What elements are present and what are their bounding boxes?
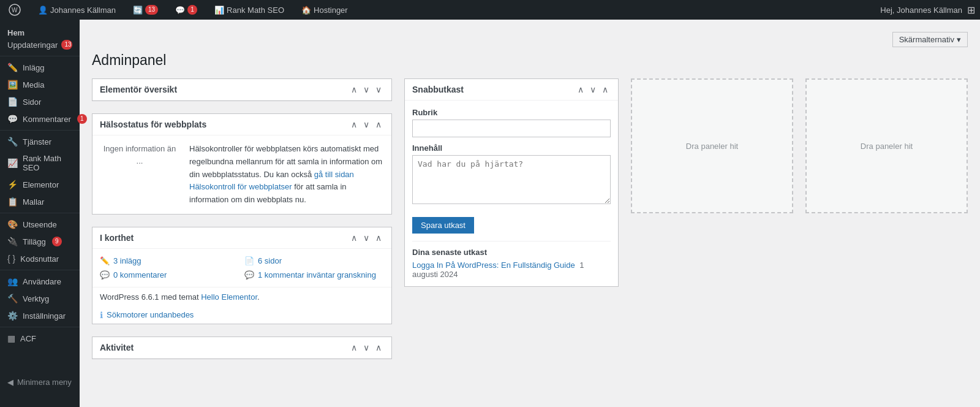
admin-bar-right: Hej, Johannes Källman ⊞ xyxy=(880,4,975,16)
comments-badge: 1 xyxy=(187,5,197,15)
panel-health-controls: ∧ ∨ ∧ xyxy=(349,119,384,130)
panel-aktivitet-up-btn[interactable]: ∧ xyxy=(349,342,360,353)
sidebar-item-kodsnuttar[interactable]: { } Kodsnuttar xyxy=(0,250,80,267)
verktyg-icon: 🔨 xyxy=(7,294,18,303)
sidebar-item-verktyg-label: Verktyg xyxy=(23,294,49,303)
sidebar-updates-label: Uppdateringar xyxy=(7,40,58,50)
sidebar-item-utseende[interactable]: 🎨 Utseende xyxy=(0,216,80,233)
admin-bar-user[interactable]: 👤 Johannes Källman xyxy=(34,0,119,20)
panel-aktivitet-down-btn[interactable]: ∨ xyxy=(361,342,372,353)
panel-health-up-btn[interactable]: ∧ xyxy=(349,119,360,130)
korthet-theme-link[interactable]: Hello Elementor xyxy=(201,292,257,302)
panel-snabbutkast-collapse-btn[interactable]: ∧ xyxy=(600,84,611,95)
screen-options-button[interactable]: Skärmalternativ ▾ xyxy=(892,32,968,47)
save-draft-button[interactable]: Spara utkast xyxy=(412,217,474,234)
panel-health-collapse-btn[interactable]: ∧ xyxy=(373,119,384,130)
kodsnuttar-icon: { } xyxy=(7,254,15,264)
sidebar-item-tjanster-label: Tjänster xyxy=(23,137,51,146)
sidebar-item-elementor[interactable]: ⚡ Elementor xyxy=(0,176,80,193)
panel-elementor-up-btn[interactable]: ∧ xyxy=(349,84,360,95)
panel-aktivitet-collapse-btn[interactable]: ∧ xyxy=(373,342,384,353)
korthet-inlagg-link[interactable]: 3 inlägg xyxy=(113,256,141,265)
rubrik-field: Rubrik xyxy=(412,108,611,137)
admin-bar: W 👤 Johannes Källman 🔄 13 💬 1 📊 Rank Mat… xyxy=(0,0,980,20)
panel-snabbutkast-down-btn[interactable]: ∨ xyxy=(587,84,598,95)
rubrik-input[interactable] xyxy=(412,120,611,137)
panel-snabbutkast: Snabbutkast ∧ ∨ ∧ Rubrik Inn xyxy=(404,78,619,287)
admin-bar-wp-logo[interactable]: W xyxy=(5,0,24,20)
minimize-menu-button[interactable]: ◀ Minimera meny xyxy=(0,371,80,393)
drop-zone-2[interactable]: Dra paneler hit xyxy=(805,78,968,213)
panel-ikorthet-collapse-btn[interactable]: ∧ xyxy=(373,232,384,243)
sidebar-item-kommentarer[interactable]: 💬 Kommentarer 1 xyxy=(0,110,80,127)
sidebar-item-verktyg[interactable]: 🔨 Verktyg xyxy=(0,290,80,307)
draft-link[interactable]: Logga In På WordPress: En Fullständig Gu… xyxy=(412,261,575,270)
panel-snabbutkast-body: Rubrik Innehåll Spara utkast Dina senast… xyxy=(405,101,618,286)
drop-zone-1[interactable]: Dra paneler hit xyxy=(631,78,793,213)
sidebar-item-tillagg[interactable]: 🔌 Tillägg 9 xyxy=(0,233,80,250)
innehall-input[interactable] xyxy=(412,155,611,204)
korthet-footer-text: WordPress 6.6.1 med temat xyxy=(100,292,201,302)
comments-icon: 💬 xyxy=(175,6,185,15)
panel-elementor-close-btn[interactable]: ∨ xyxy=(373,84,384,95)
dashboard-col-left: Elementör översikt ∧ ∨ ∨ Hälsostatus för… xyxy=(92,78,392,371)
korthet-warning-link[interactable]: Sökmotorer undanbedes xyxy=(107,310,194,319)
sidebar-item-mallar[interactable]: 📋 Mallar xyxy=(0,193,80,210)
sidebar-item-acf[interactable]: ▦ ACF xyxy=(0,330,80,347)
sidebar-updates[interactable]: Uppdateringar 13 xyxy=(0,39,80,53)
drafts-title: Dina senaste utkast xyxy=(412,248,611,257)
dashboard-grid: Elementör översikt ∧ ∨ ∨ Hälsostatus för… xyxy=(92,78,968,371)
admin-bar-left: W 👤 Johannes Källman 🔄 13 💬 1 📊 Rank Mat… xyxy=(5,0,880,20)
anvandare-icon: 👥 xyxy=(7,276,18,286)
sidebar-item-sidor[interactable]: 📄 Sidor xyxy=(0,93,80,110)
panel-elementor-controls: ∧ ∨ ∨ xyxy=(349,84,384,95)
admin-bar-updates[interactable]: 🔄 13 xyxy=(129,0,162,20)
admin-bar-hostinger-label: Hostinger xyxy=(314,6,348,15)
panel-elementor-down-btn[interactable]: ∨ xyxy=(361,84,372,95)
korthet-kommentarer-link[interactable]: 0 kommentarer xyxy=(113,270,167,280)
sidebar-item-tjanster[interactable]: 🔧 Tjänster xyxy=(0,133,80,150)
korthet-pending: 💬 1 kommentar inväntar granskning xyxy=(244,270,384,280)
korthet-kommentarer: 💬 0 kommentarer xyxy=(100,270,239,280)
panel-health-down-btn[interactable]: ∨ xyxy=(361,119,372,130)
sidebar-item-acf-label: ACF xyxy=(20,334,36,343)
sidebar-item-anvandare[interactable]: 👥 Användare xyxy=(0,273,80,290)
panel-snabbutkast-title: Snabbutkast xyxy=(412,85,575,94)
sidebar-item-inlagg[interactable]: ✏️ Inlägg xyxy=(0,59,80,76)
panel-snabbutkast-up-btn[interactable]: ∧ xyxy=(575,84,586,95)
panel-ikorthet-warning: ℹ Sökmotorer undanbedes xyxy=(92,306,391,324)
mallar-icon: 📋 xyxy=(7,197,18,207)
main-content: Skärmalternativ ▾ Adminpanel Elementör ö… xyxy=(80,20,980,407)
panel-elementor-overview: Elementör översikt ∧ ∨ ∨ xyxy=(92,78,392,101)
admin-bar-comments[interactable]: 💬 1 xyxy=(172,0,201,20)
health-no-info: Ingen information än ... xyxy=(100,143,179,167)
page-icon: 📄 xyxy=(244,256,254,265)
panel-ikorthet-down-btn[interactable]: ∨ xyxy=(361,232,372,243)
sidebar-item-media-label: Media xyxy=(23,80,44,89)
sidebar-item-rank-math[interactable]: 📈 Rank Math SEO xyxy=(0,150,80,176)
sidebar: Hem Uppdateringar 13 ✏️ Inlägg 🖼️ Media … xyxy=(0,20,80,407)
panel-snabbutkast-header: Snabbutkast ∧ ∨ ∧ xyxy=(405,79,618,101)
sidebar-item-kommentarer-label: Kommentarer xyxy=(23,115,71,124)
rank-math-icon: 📊 xyxy=(214,6,224,15)
screen-options-chevron-icon: ▾ xyxy=(957,35,961,44)
user-icon: 👤 xyxy=(38,6,48,15)
hostinger-icon: 🏠 xyxy=(301,6,311,15)
sidebar-home: Hem xyxy=(0,25,80,39)
sidebar-home-label: Hem xyxy=(7,28,24,37)
admin-bar-hostinger[interactable]: 🏠 Hostinger xyxy=(298,0,352,20)
panel-aktivitet-header: Aktivitet ∧ ∨ ∧ xyxy=(92,337,391,359)
rubrik-label: Rubrik xyxy=(412,108,611,117)
korthet-sidor-link[interactable]: 6 sidor xyxy=(258,256,282,265)
panel-ikorthet-up-btn[interactable]: ∧ xyxy=(349,232,360,243)
sidebar-item-installningar[interactable]: ⚙️ Inställningar xyxy=(0,307,80,324)
utseende-icon: 🎨 xyxy=(7,219,18,229)
admin-bar-rank-math-label: Rank Math SEO xyxy=(227,6,284,15)
sidor-icon: 📄 xyxy=(7,97,18,107)
rank-math-sidebar-icon: 📈 xyxy=(7,158,18,168)
sidebar-divider-2 xyxy=(0,130,80,131)
innehall-field: Innehåll xyxy=(412,143,611,206)
admin-bar-rank-math[interactable]: 📊 Rank Math SEO xyxy=(211,0,288,20)
sidebar-item-media[interactable]: 🖼️ Media xyxy=(0,76,80,93)
korthet-pending-link[interactable]: 1 kommentar inväntar granskning xyxy=(258,270,376,280)
